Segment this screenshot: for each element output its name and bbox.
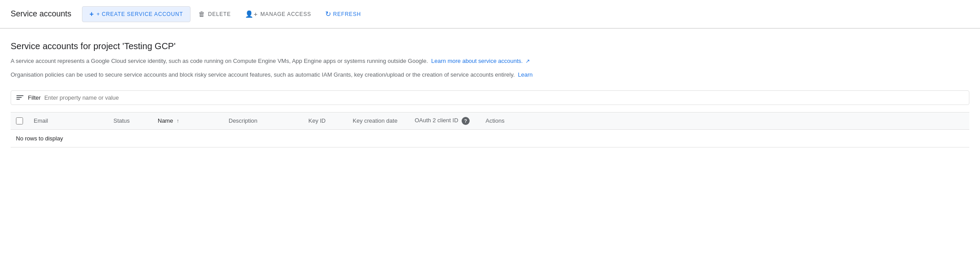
toolbar-buttons: + + CREATE SERVICE ACCOUNT 🗑 DELETE 👤+ M… bbox=[82, 6, 367, 22]
table-header-row: Email Status Name ↑ Description Key ID bbox=[11, 112, 969, 129]
th-keycreation-label: Key creation date bbox=[353, 117, 397, 124]
learn-more-link[interactable]: Learn more about service accounts. ↗ bbox=[431, 58, 529, 64]
external-link-icon: ↗ bbox=[525, 57, 530, 66]
manage-access-icon: 👤+ bbox=[245, 10, 258, 18]
select-all-checkbox[interactable] bbox=[16, 117, 23, 124]
th-description: Description bbox=[223, 112, 303, 129]
manage-access-button[interactable]: 👤+ MANAGE ACCESS bbox=[239, 7, 317, 22]
th-description-label: Description bbox=[229, 117, 257, 124]
refresh-button[interactable]: ↻ REFRESH bbox=[319, 6, 367, 22]
th-keyid: Key ID bbox=[303, 112, 347, 129]
learn-link-text: Learn bbox=[518, 71, 533, 78]
th-oauth: OAuth 2 client ID ? bbox=[409, 112, 480, 129]
content-area: Service accounts for project 'Testing GC… bbox=[0, 29, 980, 148]
header-bar: Service accounts + + CREATE SERVICE ACCO… bbox=[0, 0, 980, 28]
refresh-icon: ↻ bbox=[325, 10, 331, 18]
th-keyid-label: Key ID bbox=[308, 117, 326, 124]
learn-more-link-text: Learn more about service accounts. bbox=[431, 58, 523, 64]
filter-input[interactable] bbox=[44, 94, 964, 101]
no-rows-row: No rows to display bbox=[11, 129, 969, 147]
no-rows-cell: No rows to display bbox=[11, 129, 969, 147]
table-container: Email Status Name ↑ Description Key ID bbox=[11, 112, 969, 148]
create-button-label: + CREATE SERVICE ACCOUNT bbox=[97, 11, 183, 17]
th-oauth-label: OAuth 2 client ID bbox=[415, 117, 458, 124]
th-email: Email bbox=[28, 112, 108, 129]
create-service-account-button[interactable]: + + CREATE SERVICE ACCOUNT bbox=[82, 6, 191, 22]
th-checkbox bbox=[11, 112, 28, 129]
th-name-label: Name bbox=[158, 117, 173, 124]
description-2: Organisation policies can be used to sec… bbox=[11, 70, 969, 80]
th-actions: Actions bbox=[480, 112, 969, 129]
help-icon[interactable]: ? bbox=[462, 117, 470, 125]
plus-icon: + bbox=[89, 10, 94, 18]
th-email-label: Email bbox=[34, 117, 48, 124]
learn-link[interactable]: Learn bbox=[518, 71, 533, 78]
th-actions-label: Actions bbox=[486, 117, 505, 124]
refresh-label: REFRESH bbox=[333, 11, 361, 17]
delete-button-label: DELETE bbox=[208, 11, 231, 17]
sort-arrow-icon: ↑ bbox=[176, 118, 179, 124]
description-1: A service account represents a Google Cl… bbox=[11, 57, 969, 66]
service-accounts-table: Email Status Name ↑ Description Key ID bbox=[11, 112, 969, 148]
manage-access-label: MANAGE ACCESS bbox=[261, 11, 311, 17]
th-name[interactable]: Name ↑ bbox=[152, 112, 223, 129]
description-2-text: Organisation policies can be used to sec… bbox=[11, 71, 516, 78]
section-title: Service accounts for project 'Testing GC… bbox=[11, 41, 969, 51]
filter-label: Filter bbox=[28, 94, 41, 101]
th-status: Status bbox=[108, 112, 152, 129]
delete-button[interactable]: 🗑 DELETE bbox=[192, 7, 237, 21]
th-keycreation: Key creation date bbox=[347, 112, 409, 129]
filter-bar: Filter bbox=[11, 90, 969, 105]
delete-icon: 🗑 bbox=[198, 10, 206, 18]
page-title: Service accounts bbox=[11, 9, 71, 19]
description-1-text: A service account represents a Google Cl… bbox=[11, 58, 430, 64]
filter-icon bbox=[16, 95, 23, 100]
th-status-label: Status bbox=[113, 117, 130, 124]
